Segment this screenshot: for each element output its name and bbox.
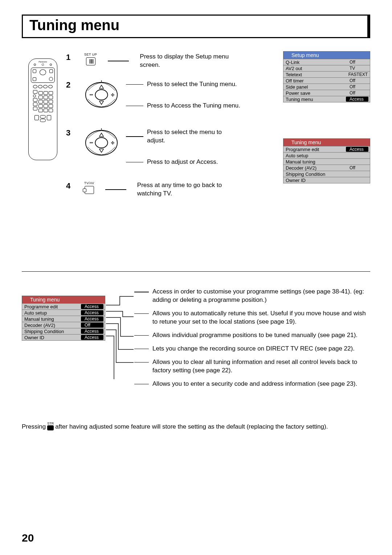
osd-value: Off: [81, 323, 103, 328]
icon-label: SET UP: [84, 53, 97, 56]
osd-label: Owner ID: [22, 335, 81, 340]
osd-row: Decoder (AV2)Off: [22, 322, 105, 328]
osd-label: Teletext: [283, 72, 346, 77]
osd-value: Access: [81, 316, 103, 321]
osd-row: Manual tuningAccess: [22, 316, 105, 322]
lower-section: Tuning menu Programme editAccessAuto set…: [22, 288, 370, 411]
svg-text:−: −: [90, 139, 93, 146]
step-text: Press to Access the Tuning menu.: [147, 102, 240, 110]
desc-owner-id: Allows you to enter a security code and …: [134, 380, 370, 388]
osd-label: Manual tuning: [22, 316, 81, 322]
osd-label: Shipping Condition: [22, 329, 81, 334]
step-number: 4: [66, 181, 73, 191]
osd-label: Off timer: [283, 78, 347, 84]
icon-label: TV/AV: [84, 181, 94, 185]
osd-row: Programme editAccess: [22, 303, 105, 310]
osd-value: Access: [81, 335, 103, 340]
step-3: 3 − + Press to select the menu to adjust…: [66, 128, 241, 166]
osd-row: TeletextFASTEXT: [283, 71, 370, 78]
step-number: 1: [66, 53, 73, 62]
setup-button-icon: SET UP: [84, 53, 97, 65]
setup-menu-osd: Setup menu Q-LinkOffAV2 outTVTeletextFAS…: [283, 51, 370, 102]
osd-value: Access: [81, 329, 103, 334]
step-4: 4 TV/AV Press at any time to go back to …: [66, 181, 232, 198]
osd-row: Shipping Condition: [283, 171, 370, 177]
step-text: Press to select the menu to adjust.: [147, 128, 241, 145]
osd-label: Tuning menu: [283, 97, 346, 102]
osd-label: Manual tuning: [283, 159, 370, 165]
osd-label: Decoder (AV2): [283, 165, 347, 171]
str-button-icon: STR: [47, 422, 54, 430]
osd-title: Setup menu: [283, 51, 370, 59]
step-text: Press to display the Setup menu screen.: [140, 53, 234, 69]
page-title: Tuning menu: [29, 17, 361, 33]
osd-value: Off: [347, 60, 370, 65]
footer-suffix: after having adjusted some feature will …: [55, 423, 328, 430]
descriptions: Access in order to customise your progra…: [134, 288, 370, 393]
osd-value: TV: [347, 66, 370, 71]
osd-value: Access: [346, 97, 368, 102]
svg-text:+: +: [111, 92, 114, 98]
osd-label: Programme edit: [283, 147, 346, 152]
osd-row: Shipping ConditionAccess: [22, 328, 105, 335]
svg-point-1: [95, 90, 107, 100]
osd-row: Q-LinkOff: [283, 59, 370, 65]
osd-row: Auto setup: [283, 152, 370, 159]
footer-note: Pressing STR after having adjusted some …: [22, 422, 370, 430]
page-title-box: Tuning menu: [22, 15, 370, 38]
osd-row: Tuning menuAccess: [283, 96, 370, 102]
osd-value: Access: [81, 310, 103, 315]
dpad-icon: − +: [84, 80, 119, 109]
osd-label: Shipping Condition: [283, 171, 370, 177]
desc-manual-tuning: Allows individual programme positions to…: [134, 331, 370, 340]
osd-value: Off: [347, 90, 370, 96]
svg-point-8: [95, 138, 107, 148]
osd-label: Auto setup: [22, 310, 81, 316]
osd-value: Off: [347, 78, 370, 83]
osd-row: Owner IDAccess: [22, 334, 105, 341]
osd-value: Access: [81, 304, 103, 309]
osd-row: AV2 outTV: [283, 65, 370, 72]
instructions-area: Panasonic: [22, 51, 370, 255]
tuning-menu-full-osd: Tuning menu Programme editAccessAuto set…: [22, 296, 105, 341]
osd-value: Off: [347, 165, 370, 170]
osd-label: Decoder (AV2): [22, 323, 81, 328]
osd-label: AV2 out: [283, 66, 347, 71]
tvav-button-icon: TV/AV: [84, 181, 94, 194]
step-number: 2: [66, 80, 73, 90]
osd-row: Owner ID: [283, 177, 370, 183]
osd-value: FASTEXT: [346, 72, 370, 77]
osd-label: Auto setup: [283, 153, 370, 158]
step-1: 1 SET UP Press to display the Setup menu…: [66, 53, 234, 69]
str-label: STR: [47, 422, 54, 425]
remote-illustration: Panasonic: [28, 58, 57, 160]
svg-text:−: −: [90, 92, 93, 98]
osd-label: Programme edit: [22, 304, 81, 309]
osd-row: Off timerOff: [283, 77, 370, 84]
osd-row: Manual tuning: [283, 158, 370, 165]
page-number: 20: [22, 532, 34, 544]
divider: [22, 271, 370, 272]
desc-auto-setup: Allows you to automatically retune this …: [134, 309, 370, 326]
desc-decoder: Lets you change the recording source on …: [134, 345, 370, 353]
tuning-menu-osd: Tuning menu Programme editAccessAuto set…: [283, 138, 370, 183]
svg-text:+: +: [111, 139, 114, 146]
step-2: 2 − + Press to select the Tuning menu.: [66, 80, 240, 110]
connector-lines: [105, 296, 134, 379]
osd-title: Tuning menu: [22, 296, 105, 303]
step-text: Press to adjust or Access.: [147, 158, 218, 166]
osd-row: Side panelOff: [283, 84, 370, 90]
osd-label: Q-Link: [283, 60, 347, 65]
footer-prefix: Pressing: [22, 423, 46, 430]
step-number: 3: [66, 128, 73, 138]
desc-shipping-condition: Allows you to clear all tuning informati…: [134, 358, 370, 375]
dpad-icon: − +: [84, 128, 119, 157]
step-text: Press at any time to go back to watching…: [137, 181, 232, 198]
osd-row: Programme editAccess: [283, 146, 370, 153]
desc-programme-edit: Access in order to customise your progra…: [134, 288, 370, 304]
osd-value: Off: [347, 84, 370, 89]
osd-label: Owner ID: [283, 178, 370, 183]
osd-label: Side panel: [283, 84, 347, 90]
osd-title: Tuning menu: [283, 138, 370, 146]
osd-row: Power saveOff: [283, 90, 370, 96]
